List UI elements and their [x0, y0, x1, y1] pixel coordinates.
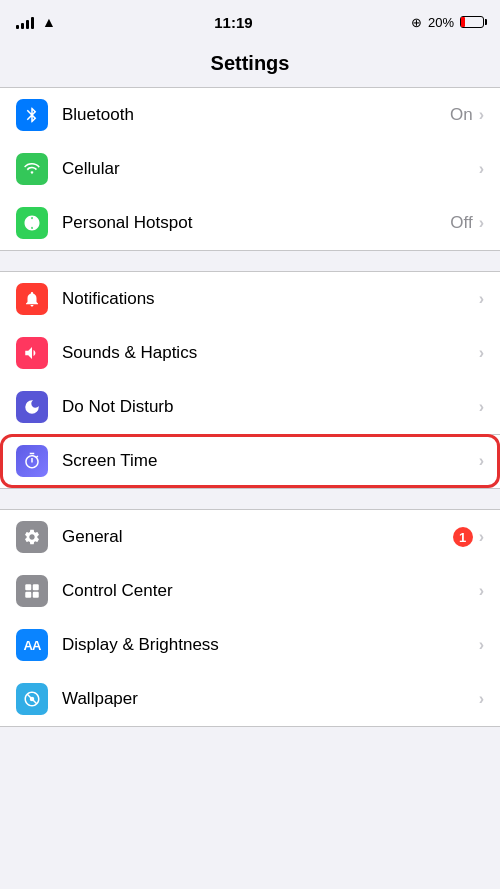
- section-connectivity: Bluetooth On › Cellular › Personal Hotsp…: [0, 87, 500, 251]
- section-notifications: Notifications › Sounds & Haptics › Do No…: [0, 271, 500, 489]
- status-right: ⊕ 20%: [411, 15, 484, 30]
- display-chevron: ›: [479, 636, 484, 654]
- bluetooth-icon: [16, 99, 48, 131]
- display-label: Display & Brightness: [62, 635, 479, 655]
- cellular-icon: [16, 153, 48, 185]
- hotspot-value: Off: [450, 213, 472, 233]
- wifi-icon: ▲: [42, 14, 56, 30]
- signal-bars-icon: [16, 15, 34, 29]
- notifications-chevron: ›: [479, 290, 484, 308]
- row-general[interactable]: General 1 ›: [0, 510, 500, 564]
- screentime-chevron: ›: [479, 452, 484, 470]
- cellular-chevron: ›: [479, 160, 484, 178]
- lock-rotation-icon: ⊕: [411, 15, 422, 30]
- settings-group-notifications: Notifications › Sounds & Haptics › Do No…: [0, 271, 500, 489]
- display-icon: AA: [16, 629, 48, 661]
- svg-rect-0: [25, 584, 31, 590]
- section-system: General 1 › Control Center › AA Display …: [0, 509, 500, 727]
- sounds-icon: [16, 337, 48, 369]
- bluetooth-label: Bluetooth: [62, 105, 450, 125]
- screentime-icon: [16, 445, 48, 477]
- svg-rect-1: [33, 584, 39, 590]
- battery-percent: 20%: [428, 15, 454, 30]
- general-chevron: ›: [479, 528, 484, 546]
- hotspot-icon: [16, 207, 48, 239]
- donotdisturb-chevron: ›: [479, 398, 484, 416]
- wallpaper-icon: [16, 683, 48, 715]
- donotdisturb-icon: [16, 391, 48, 423]
- row-personal-hotspot[interactable]: Personal Hotspot Off ›: [0, 196, 500, 250]
- hotspot-label: Personal Hotspot: [62, 213, 450, 233]
- sounds-label: Sounds & Haptics: [62, 343, 479, 363]
- general-icon: [16, 521, 48, 553]
- row-control-center[interactable]: Control Center ›: [0, 564, 500, 618]
- cellular-label: Cellular: [62, 159, 479, 179]
- status-left: ▲: [16, 14, 56, 30]
- wallpaper-label: Wallpaper: [62, 689, 479, 709]
- settings-group-system: General 1 › Control Center › AA Display …: [0, 509, 500, 727]
- battery-icon: [460, 16, 484, 28]
- bluetooth-chevron: ›: [479, 106, 484, 124]
- status-time: 11:19: [214, 14, 252, 31]
- wallpaper-chevron: ›: [479, 690, 484, 708]
- donotdisturb-label: Do Not Disturb: [62, 397, 479, 417]
- settings-group-connectivity: Bluetooth On › Cellular › Personal Hotsp…: [0, 87, 500, 251]
- row-cellular[interactable]: Cellular ›: [0, 142, 500, 196]
- svg-rect-2: [25, 592, 31, 598]
- row-screen-time[interactable]: Screen Time ›: [0, 434, 500, 488]
- row-do-not-disturb[interactable]: Do Not Disturb ›: [0, 380, 500, 434]
- notifications-label: Notifications: [62, 289, 479, 309]
- row-sounds-haptics[interactable]: Sounds & Haptics ›: [0, 326, 500, 380]
- general-label: General: [62, 527, 453, 547]
- row-notifications[interactable]: Notifications ›: [0, 272, 500, 326]
- row-bluetooth[interactable]: Bluetooth On ›: [0, 88, 500, 142]
- row-wallpaper[interactable]: Wallpaper ›: [0, 672, 500, 726]
- general-badge: 1: [453, 527, 473, 547]
- row-display-brightness[interactable]: AA Display & Brightness ›: [0, 618, 500, 672]
- page-title: Settings: [0, 44, 500, 87]
- controlcenter-chevron: ›: [479, 582, 484, 600]
- controlcenter-icon: [16, 575, 48, 607]
- screentime-label: Screen Time: [62, 451, 479, 471]
- sounds-chevron: ›: [479, 344, 484, 362]
- notifications-icon: [16, 283, 48, 315]
- hotspot-chevron: ›: [479, 214, 484, 232]
- bluetooth-value: On: [450, 105, 473, 125]
- status-bar: ▲ 11:19 ⊕ 20%: [0, 0, 500, 44]
- controlcenter-label: Control Center: [62, 581, 479, 601]
- svg-rect-3: [33, 592, 39, 598]
